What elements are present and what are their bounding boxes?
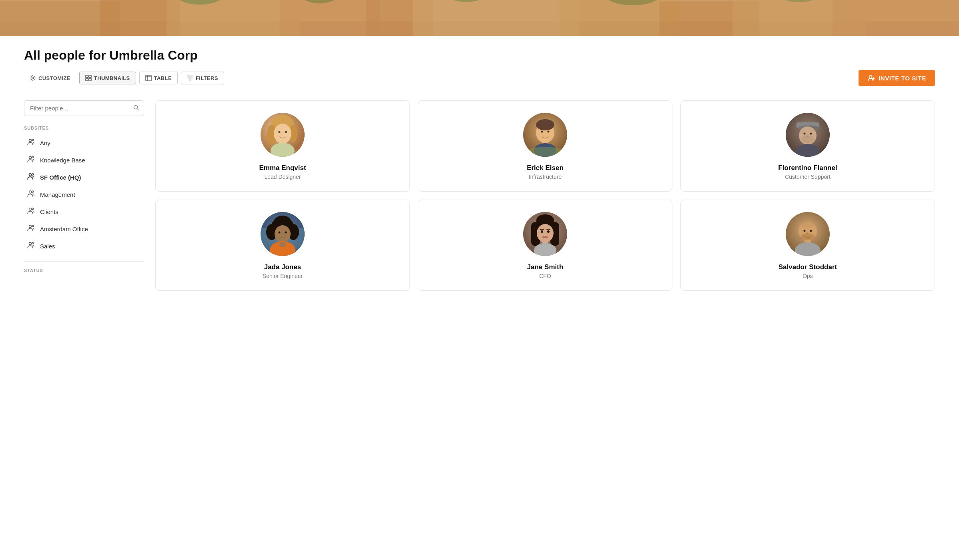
sidebar-item-clients[interactable]: Clients (24, 203, 144, 220)
table-button[interactable]: TABLE (139, 72, 178, 84)
svg-rect-21 (86, 78, 88, 81)
sidebar-item-sf-office[interactable]: SF Office (HQ) (24, 169, 144, 186)
svg-point-94 (541, 230, 543, 233)
svg-point-56 (536, 119, 554, 130)
filter-people-input[interactable] (24, 100, 144, 116)
svg-point-104 (804, 230, 806, 232)
svg-point-50 (285, 131, 287, 133)
sidebar-item-any[interactable]: Any (24, 134, 144, 152)
svg-point-33 (29, 174, 32, 176)
svg-point-18 (32, 77, 34, 79)
svg-point-95 (547, 230, 550, 233)
svg-point-40 (32, 225, 34, 227)
svg-point-36 (32, 191, 34, 192)
people-icon-sf-office (27, 172, 36, 182)
table-icon (145, 75, 152, 81)
sidebar-item-sales[interactable]: Sales (24, 238, 144, 255)
svg-point-30 (32, 139, 34, 141)
svg-point-57 (541, 131, 543, 133)
thumbnails-button[interactable]: THUMBNAILS (79, 72, 136, 84)
hero-banner (0, 0, 959, 36)
svg-rect-20 (89, 75, 91, 78)
people-cards-grid: Emma Enqvist Lead Designer (155, 100, 935, 291)
sidebar-item-knowledge-base[interactable]: Knowledge Base (24, 152, 144, 169)
invite-to-site-button[interactable]: INVITE TO SITE (859, 70, 935, 86)
table-label: TABLE (154, 75, 172, 81)
avatar-jada (261, 212, 305, 256)
svg-line-28 (137, 108, 139, 110)
search-icon (133, 104, 139, 112)
person-card-florentino[interactable]: Florentino Flannel Customer Support (680, 100, 935, 192)
status-section-label: STATUS (24, 268, 144, 273)
people-icon-knowledge-base (27, 155, 36, 165)
svg-point-93 (537, 224, 554, 242)
svg-point-34 (32, 174, 34, 175)
filters-button[interactable]: FILTERS (181, 72, 224, 84)
person-role-emma: Lead Designer (264, 174, 301, 180)
svg-point-82 (275, 225, 291, 243)
svg-point-102 (799, 219, 817, 227)
content-area: SUBSITES Any (24, 100, 935, 291)
svg-point-29 (29, 139, 32, 142)
person-card-erick[interactable]: Erick Eisen Infrastructure (418, 100, 672, 192)
subsites-label: SUBSITES (24, 126, 144, 130)
sidebar-item-amsterdam-office[interactable]: Amsterdam Office (24, 220, 144, 238)
svg-point-35 (29, 191, 32, 193)
svg-point-39 (29, 225, 32, 228)
person-card-jane[interactable]: Jane Smith CFO (418, 200, 672, 291)
svg-point-37 (29, 208, 32, 210)
sidebar-item-management[interactable]: Management (24, 186, 144, 203)
thumbnails-icon (85, 75, 92, 81)
person-name-jada: Jada Jones (264, 263, 301, 271)
sidebar-items-list: Any Knowledge Base (24, 134, 144, 255)
person-name-emma: Emma Enqvist (259, 164, 306, 172)
customize-icon (30, 75, 36, 81)
svg-point-58 (548, 131, 550, 133)
svg-point-26 (869, 76, 872, 78)
thumbnails-label: THUMBNAILS (94, 75, 130, 81)
person-name-salvador: Salvador Stoddart (778, 263, 837, 271)
person-role-florentino: Customer Support (785, 174, 831, 180)
svg-point-72 (807, 136, 809, 137)
svg-point-41 (29, 242, 32, 245)
person-role-jada: Senior Engineer (263, 273, 303, 279)
toolbar: CUSTOMIZE THUMBNAILS (24, 70, 935, 86)
avatar-emma (261, 113, 305, 157)
svg-point-70 (804, 133, 806, 135)
svg-point-32 (32, 156, 34, 158)
sidebar-item-knowledge-base-label: Knowledge Base (40, 157, 85, 164)
filter-input-wrap (24, 100, 144, 116)
svg-point-38 (32, 208, 34, 210)
toolbar-left: CUSTOMIZE THUMBNAILS (24, 72, 224, 84)
people-icon-amsterdam-office (27, 224, 36, 234)
person-role-erick: Infrastructure (529, 174, 562, 180)
invite-label: INVITE TO SITE (879, 75, 926, 82)
svg-rect-22 (89, 78, 91, 81)
people-icon-clients (27, 207, 36, 217)
sidebar-item-management-label: Management (40, 191, 75, 198)
person-name-jane: Jane Smith (527, 263, 564, 271)
svg-point-83 (279, 232, 281, 234)
svg-point-42 (32, 242, 34, 244)
filters-icon (187, 75, 193, 81)
avatar-florentino (786, 113, 830, 157)
svg-point-96 (542, 236, 548, 238)
people-icon-sales (27, 241, 36, 251)
customize-label: CUSTOMIZE (38, 75, 70, 81)
person-card-salvador[interactable]: Salvador Stoddart Ops (680, 200, 935, 291)
svg-rect-86 (279, 242, 286, 247)
person-card-jada[interactable]: Jada Jones Senior Engineer (155, 200, 410, 291)
svg-point-71 (810, 133, 812, 135)
sidebar-item-sf-office-label: SF Office (HQ) (40, 174, 81, 181)
svg-rect-19 (86, 75, 88, 78)
avatar-erick (523, 113, 567, 157)
sidebar: SUBSITES Any (24, 100, 144, 291)
person-name-florentino: Florentino Flannel (778, 164, 837, 172)
person-card-emma[interactable]: Emma Enqvist Lead Designer (155, 100, 410, 192)
svg-point-49 (279, 131, 281, 133)
customize-button[interactable]: CUSTOMIZE (24, 72, 76, 84)
svg-point-105 (810, 230, 812, 232)
sidebar-item-any-label: Any (40, 140, 50, 146)
sidebar-item-clients-label: Clients (40, 208, 58, 215)
sidebar-divider (24, 261, 144, 262)
